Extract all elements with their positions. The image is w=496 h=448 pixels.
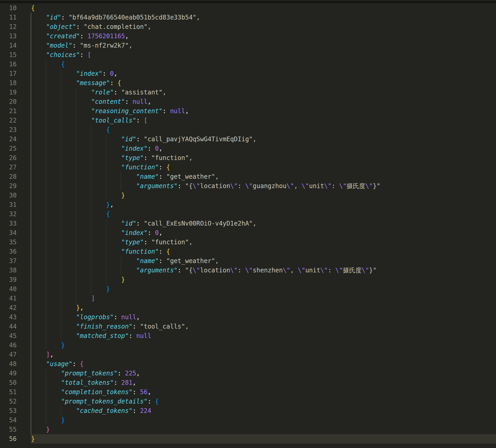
- code-text[interactable]: "choices": [: [31, 50, 91, 60]
- line-number[interactable]: 52: [0, 397, 17, 406]
- code-line[interactable]: 33 "id": "call_ExEsNv00ROiO-v4yD1e2hA",: [0, 219, 496, 228]
- line-number[interactable]: 22: [0, 116, 17, 125]
- code-text[interactable]: "finish_reason": "tool_calls",: [31, 322, 189, 331]
- code-text[interactable]: "id": "bf64a9db766540eab051b5cd83e33b54"…: [31, 13, 200, 22]
- code-line[interactable]: 35 "type": "function",: [0, 238, 496, 247]
- code-line[interactable]: 44 "finish_reason": "tool_calls",: [0, 322, 496, 331]
- code-text[interactable]: "role": "assistant",: [31, 88, 166, 97]
- code-line[interactable]: 19 "role": "assistant",: [0, 88, 496, 97]
- line-number[interactable]: 19: [0, 88, 17, 97]
- code-text[interactable]: "object": "chat.completion",: [31, 22, 151, 31]
- line-number[interactable]: 12: [0, 22, 17, 31]
- code-text[interactable]: "id": "call_pavjYAQqSwG4TivmEqDIig",: [31, 135, 257, 144]
- line-number[interactable]: 36: [0, 247, 17, 256]
- code-line[interactable]: 51 "completion_tokens": 56,: [0, 387, 496, 397]
- line-number[interactable]: 24: [0, 135, 17, 144]
- code-text[interactable]: {: [31, 125, 110, 135]
- code-text[interactable]: }: [31, 415, 65, 425]
- code-line[interactable]: 17 "index": 0,: [0, 69, 496, 78]
- code-text[interactable]: "created": 1756201165,: [31, 31, 129, 41]
- line-number[interactable]: 34: [0, 228, 17, 238]
- code-text[interactable]: ]: [31, 294, 95, 303]
- code-line[interactable]: 13 "created": 1756201165,: [0, 31, 496, 41]
- code-line[interactable]: 52 "prompt_tokens_details": {: [0, 397, 496, 406]
- line-number[interactable]: 11: [0, 13, 17, 22]
- line-number[interactable]: 49: [0, 369, 17, 378]
- code-text[interactable]: "arguments": "{\"location\": \"guangzhou…: [31, 181, 381, 191]
- line-number[interactable]: 26: [0, 153, 17, 163]
- line-number[interactable]: 41: [0, 294, 17, 303]
- code-line[interactable]: 15 "choices": [: [0, 50, 496, 60]
- code-line[interactable]: 29 "arguments": "{\"location\": \"guangz…: [0, 181, 496, 191]
- code-text[interactable]: "id": "call_ExEsNv00ROiO-v4yD1e2hA",: [31, 219, 257, 228]
- line-number[interactable]: 37: [0, 256, 17, 266]
- line-number[interactable]: 25: [0, 144, 17, 153]
- code-text[interactable]: {: [31, 60, 65, 69]
- code-line[interactable]: 54 }: [0, 415, 496, 425]
- line-number[interactable]: 44: [0, 322, 17, 331]
- line-number[interactable]: 16: [0, 60, 17, 69]
- code-text[interactable]: }: [31, 191, 125, 200]
- code-text[interactable]: "type": "function",: [31, 153, 193, 163]
- line-number[interactable]: 46: [0, 341, 17, 350]
- line-number[interactable]: 10: [0, 3, 17, 13]
- code-line[interactable]: 36 "function": {: [0, 247, 496, 256]
- code-line[interactable]: 41 ]: [0, 294, 496, 303]
- code-line[interactable]: 25 "index": 0,: [0, 144, 496, 153]
- code-line[interactable]: 27 "function": {: [0, 163, 496, 172]
- code-text[interactable]: }: [31, 341, 65, 350]
- code-line[interactable]: 39 }: [0, 275, 496, 284]
- code-line[interactable]: 49 "prompt_tokens": 225,: [0, 369, 496, 378]
- code-line[interactable]: 18 "message": {: [0, 78, 496, 88]
- code-line[interactable]: 21 "reasoning_content": null,: [0, 106, 496, 116]
- code-line[interactable]: 10{: [0, 3, 496, 13]
- line-number[interactable]: 23: [0, 125, 17, 135]
- code-text[interactable]: "arguments": "{\"location\": \"shenzhen\…: [31, 266, 377, 275]
- line-number[interactable]: 29: [0, 181, 17, 191]
- code-text[interactable]: "name": "get_weather",: [31, 256, 219, 266]
- code-line[interactable]: 22 "tool_calls": [: [0, 116, 496, 125]
- code-line[interactable]: 38 "arguments": "{\"location\": \"shenzh…: [0, 266, 496, 275]
- code-line[interactable]: 43 "logprobs": null,: [0, 312, 496, 322]
- code-line[interactable]: 20 "content": null,: [0, 97, 496, 106]
- line-number[interactable]: 40: [0, 284, 17, 294]
- code-text[interactable]: }: [31, 434, 35, 444]
- code-line[interactable]: 14 "model": "ms-nf2rw2k7",: [0, 41, 496, 50]
- code-line[interactable]: 42 },: [0, 303, 496, 312]
- code-text[interactable]: "total_tokens": 281,: [31, 378, 136, 387]
- line-number[interactable]: 15: [0, 50, 17, 60]
- line-number[interactable]: 55: [0, 425, 17, 434]
- code-text[interactable]: }: [31, 275, 125, 284]
- code-text[interactable]: "reasoning_content": null,: [31, 106, 189, 116]
- code-text[interactable]: "index": 0,: [31, 228, 163, 238]
- code-text[interactable]: },: [31, 303, 84, 312]
- code-text[interactable]: "cached_tokens": 224: [31, 406, 151, 415]
- code-text[interactable]: "index": 0,: [31, 144, 163, 153]
- line-number[interactable]: 56: [0, 434, 17, 444]
- line-number[interactable]: 17: [0, 69, 17, 78]
- code-line[interactable]: 53 "cached_tokens": 224: [0, 406, 496, 415]
- line-number[interactable]: 50: [0, 378, 17, 387]
- code-line[interactable]: 11 "id": "bf64a9db766540eab051b5cd83e33b…: [0, 13, 496, 22]
- line-number[interactable]: 42: [0, 303, 17, 312]
- code-text[interactable]: }: [31, 284, 110, 294]
- code-text[interactable]: "logprobs": null,: [31, 312, 140, 322]
- code-text[interactable]: "name": "get_weather",: [31, 172, 219, 181]
- code-text[interactable]: "type": "function",: [31, 238, 193, 247]
- line-number[interactable]: 31: [0, 200, 17, 209]
- code-text[interactable]: "usage": {: [31, 359, 84, 369]
- line-number[interactable]: 13: [0, 31, 17, 41]
- code-text[interactable]: "prompt_tokens": 225,: [31, 369, 140, 378]
- code-line[interactable]: 26 "type": "function",: [0, 153, 496, 163]
- code-line[interactable]: 24 "id": "call_pavjYAQqSwG4TivmEqDIig",: [0, 135, 496, 144]
- code-text[interactable]: "completion_tokens": 56,: [31, 387, 151, 397]
- line-number[interactable]: 33: [0, 219, 17, 228]
- code-text[interactable]: "message": {: [31, 78, 121, 88]
- code-line[interactable]: 56}: [0, 434, 496, 444]
- line-number[interactable]: 47: [0, 350, 17, 359]
- code-text[interactable]: {: [31, 209, 110, 219]
- code-text[interactable]: "matched_stop": null: [31, 331, 151, 341]
- code-text[interactable]: }: [31, 425, 50, 434]
- code-text[interactable]: "function": {: [31, 247, 170, 256]
- code-line[interactable]: 31 },: [0, 200, 496, 209]
